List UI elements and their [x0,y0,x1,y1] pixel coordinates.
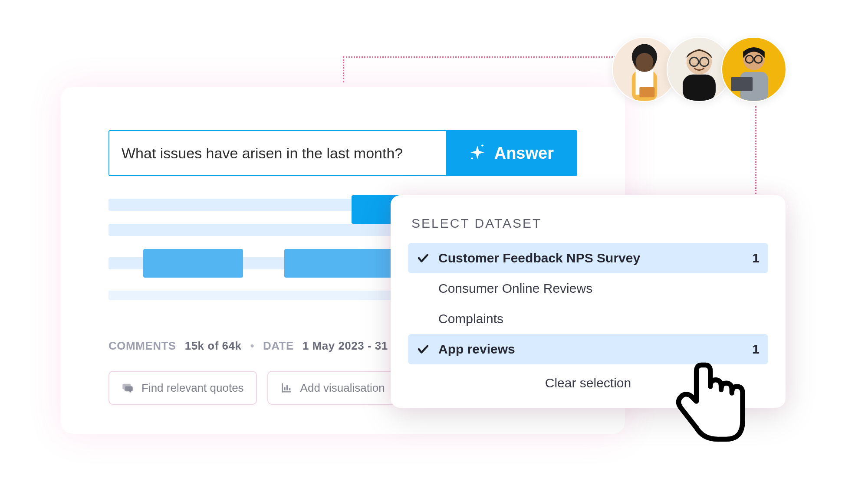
svg-rect-1 [282,383,283,393]
question-input[interactable] [109,131,446,175]
dataset-item[interactable]: Customer Feedback NPS Survey 1 [408,243,768,273]
dataset-count: 1 [752,251,760,265]
comments-value: 15k of 64k [185,339,242,353]
dataset-name: Consumer Online Reviews [438,281,751,296]
sparkle-icon [468,144,487,162]
dataset-name: App reviews [438,342,743,357]
svg-rect-23 [731,77,753,91]
svg-point-12 [636,53,654,71]
svg-rect-2 [282,391,291,392]
avatar [721,37,786,102]
answer-button[interactable]: Answer [446,131,576,175]
svg-rect-14 [683,75,716,101]
svg-point-0 [471,157,473,159]
popover-title: SELECT DATASET [408,216,768,231]
answer-button-label: Answer [494,144,554,163]
comments-label: COMMENTS [108,339,176,353]
date-label: DATE [263,339,294,353]
connector-horizontal [343,56,621,58]
find-quotes-button[interactable]: Find relevant quotes [108,371,257,405]
dataset-name: Customer Feedback NPS Survey [438,251,743,265]
svg-rect-13 [639,87,654,97]
find-quotes-label: Find relevant quotes [141,381,244,395]
svg-rect-5 [289,388,290,390]
dataset-item[interactable]: Consumer Online Reviews [408,273,768,304]
dataset-count: 1 [752,342,760,357]
cursor-hand-icon [668,357,751,448]
add-visualisation-button[interactable]: Add visualisation [267,371,398,405]
check-icon [417,252,430,265]
check-icon [417,343,430,356]
connector-vertical [755,106,756,202]
connector-corner [343,56,344,82]
avatar-group [612,37,786,102]
chat-icon [122,382,134,394]
svg-rect-3 [284,387,286,390]
chart-icon [280,382,293,394]
add-visualisation-label: Add visualisation [300,381,385,395]
dataset-name: Complaints [438,311,751,326]
separator-dot: • [250,339,254,353]
svg-rect-4 [286,385,288,390]
dataset-item[interactable]: Complaints [408,304,768,334]
search-row: Answer [108,130,577,176]
